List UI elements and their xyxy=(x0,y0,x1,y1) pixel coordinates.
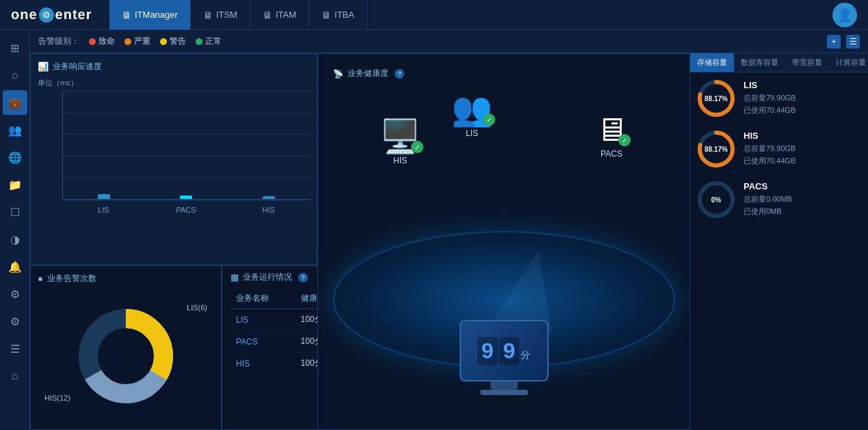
pacs-icon-wrap: 🖥 ✓ xyxy=(595,113,628,146)
bar-pacs xyxy=(180,196,192,200)
bar-label-pacs: PACS xyxy=(145,206,228,214)
storage-tab-bw[interactable]: 带宽容量 xyxy=(785,53,829,72)
storage-total-lis: 总容量79.90GB xyxy=(744,92,863,105)
grid-line-3 xyxy=(63,134,310,135)
bar-lis xyxy=(98,194,110,200)
donut-his-text: HIS(12) xyxy=(44,394,70,402)
grid-line-2 xyxy=(63,156,310,157)
logo: one ⊙ enter xyxy=(0,7,109,23)
sidebar: ⊞ ⌂ 💼 👥 🌐 📁 ☐ ◑ 🔔 ⚙ ⚙ ☰ ⌂ xyxy=(0,30,30,430)
sidebar-item-home2[interactable]: ⌂ xyxy=(3,364,27,388)
monitor-icon4: 🖥 xyxy=(321,10,331,21)
row-pacs-name: PACS xyxy=(231,331,295,353)
sidebar-item-bell[interactable]: 🔔 xyxy=(3,254,27,279)
main-layout: ⊞ ⌂ 💼 👥 🌐 📁 ☐ ◑ 🔔 ⚙ ⚙ ☰ ⌂ 告警级别： 致命 严重 xyxy=(0,30,868,430)
ops-title-text: 业务运行情况 xyxy=(243,271,292,283)
sidebar-item-work[interactable]: 💼 xyxy=(3,90,27,115)
ops-help-icon[interactable]: ? xyxy=(298,273,308,282)
storage-name-lis: LIS xyxy=(744,80,863,90)
gauge-pct-pacs: 0% xyxy=(696,179,737,220)
alert-serious-label: 严重 xyxy=(134,36,150,47)
donut-area: LIS(6) HIS(12) xyxy=(38,290,214,422)
alerts-title-text: 业务告警次数 xyxy=(47,273,96,284)
monitor-icon3: 🖥 xyxy=(263,10,272,21)
sidebar-item-grid[interactable]: ⊞ xyxy=(3,36,27,60)
bar-label-his: HIS xyxy=(227,206,310,214)
storage-detail-pacs: 总容量0.00MB 已使用0MB xyxy=(744,193,863,217)
bar-chart-icon: 📊 xyxy=(38,62,49,72)
monitor-icon: 🖥 xyxy=(122,10,131,21)
alert-dot-green xyxy=(196,38,202,45)
storage-panel: 存储容量 数据库容量 带宽容量 计算容量 88.17% xyxy=(690,53,868,430)
sidebar-item-home[interactable]: ⌂ xyxy=(3,63,27,88)
grid-line-4 xyxy=(63,113,310,113)
score-digit-1: 9 xyxy=(477,337,498,365)
sidebar-item-window[interactable]: ☐ xyxy=(3,200,27,224)
health-scene: 🖥️ ✓ HIS 👥 ✓ LIS xyxy=(325,79,683,422)
sidebar-item-globe[interactable]: 🌐 xyxy=(3,145,27,170)
alert-warning: 警告 xyxy=(160,36,186,47)
nav-tab-itba-label: ITBA xyxy=(334,10,354,20)
storage-total-pacs: 总容量0.00MB xyxy=(744,193,863,206)
alerts-panel-title: ● 业务告警次数 xyxy=(38,273,214,284)
avatar[interactable]: 👤 xyxy=(832,3,857,27)
gauge-pct-his: 88.17% xyxy=(696,129,737,170)
logo-text: one xyxy=(11,7,38,23)
score-display: 9 9 分 xyxy=(477,337,531,365)
health-help-icon[interactable]: ? xyxy=(395,69,404,79)
sidebar-item-users[interactable]: 👥 xyxy=(3,118,27,142)
health-panel: 📡 业务健康度 ? 🖥️ ✓ H xyxy=(317,53,690,430)
lis-check-badge: ✓ xyxy=(483,113,495,126)
bar-chart: 0 1 2 3 4 5 xyxy=(38,91,310,214)
gauge-ring-lis: 88.17% xyxy=(696,78,737,119)
alert-fatal: 致命 xyxy=(89,36,115,47)
sidebar-item-settings[interactable]: ⚙ xyxy=(3,282,27,306)
sidebar-item-layers[interactable]: ☰ xyxy=(3,336,27,361)
storage-tab-storage[interactable]: 存储容量 xyxy=(690,53,734,72)
list-icon-btn[interactable]: ☰ xyxy=(846,35,860,49)
nav-tab-itmanager[interactable]: 🖥 ITManager xyxy=(109,0,191,29)
top-nav: one ⊙ enter 🖥 ITManager 🖥 ITSM 🖥 ITAM 🖥 … xyxy=(0,0,868,30)
nav-tab-itba[interactable]: 🖥 ITBA xyxy=(309,0,367,29)
storage-tabs: 存储容量 数据库容量 带宽容量 计算容量 xyxy=(690,53,868,72)
sidebar-item-folder[interactable]: 📁 xyxy=(3,172,27,197)
health-title: 业务健康度 xyxy=(347,68,389,79)
logo-icon: ⊙ xyxy=(39,8,54,23)
lis-icon-wrap: 👥 ✓ xyxy=(451,93,492,126)
lis-label: LIS xyxy=(466,129,478,138)
monitor-icon2: 🖥 xyxy=(203,10,213,21)
bar-group-his xyxy=(228,196,310,200)
pacs-label: PACS xyxy=(601,149,622,159)
storage-item-his: 88.17% HIS 总容量79.90GB 已使用70.44GB xyxy=(696,129,863,170)
dashboard: 📊 业务响应速度 单位（ms） 0 1 2 3 4 5 xyxy=(30,53,868,430)
score-digit-2: 9 xyxy=(499,337,520,365)
gauge-ring-pacs: 0% xyxy=(696,179,737,220)
storage-tab-db[interactable]: 数据库容量 xyxy=(734,53,785,72)
monitor-screen: 9 9 分 xyxy=(460,320,549,381)
monitor-stand xyxy=(490,381,518,390)
row-his-name: HIS xyxy=(231,353,295,375)
sidebar-item-chart[interactable]: ◑ xyxy=(3,227,27,252)
donut-label-lis: LIS(6) xyxy=(187,304,207,312)
nav-tab-itam[interactable]: 🖥 ITAM xyxy=(250,0,309,29)
score-unit: 分 xyxy=(521,349,530,362)
nav-tab-itsm[interactable]: 🖥 ITSM xyxy=(191,0,250,29)
monitor-base xyxy=(480,390,528,395)
storage-detail-his: 总容量79.90GB 已使用70.44GB xyxy=(744,143,863,167)
storage-tab-compute[interactable]: 计算容量 xyxy=(829,53,868,72)
sidebar-item-settings2[interactable]: ⚙ xyxy=(3,309,27,334)
gauge-pct-lis: 88.17% xyxy=(696,78,737,119)
logo-text2: enter xyxy=(55,7,92,23)
storage-used-his: 已使用70.44GB xyxy=(744,155,863,167)
service-node-his: 🖥️ ✓ HIS xyxy=(380,120,421,165)
service-node-pacs: 🖥 ✓ PACS xyxy=(595,113,628,159)
bar-chart-area xyxy=(62,91,310,200)
nav-right: 👤 xyxy=(832,3,868,27)
his-label: HIS xyxy=(393,156,407,165)
storage-used-lis: 已使用70.44GB xyxy=(744,105,863,117)
add-icon-btn[interactable]: + xyxy=(827,35,841,49)
response-title-text: 业务响应速度 xyxy=(53,61,102,72)
bar-group-pacs xyxy=(145,196,227,200)
nav-tab-itmanager-label: ITManager xyxy=(135,10,178,20)
storage-item-lis: 88.17% LIS 总容量79.90GB 已使用70.44GB xyxy=(696,78,863,119)
